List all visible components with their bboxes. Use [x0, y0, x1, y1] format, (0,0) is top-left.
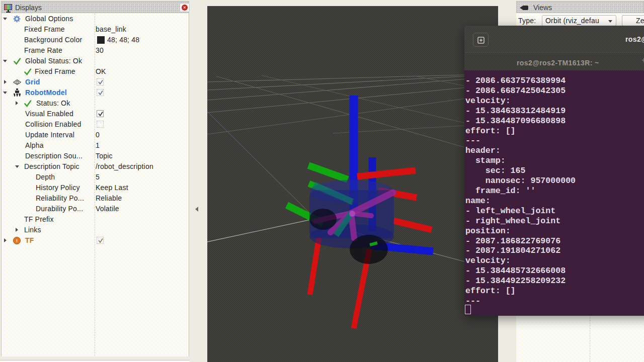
svg-text:!: !	[16, 238, 18, 243]
